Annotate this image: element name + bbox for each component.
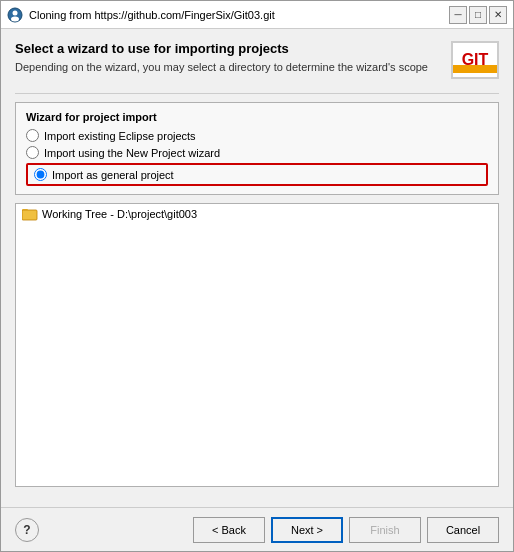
help-button[interactable]: ? [15, 518, 39, 542]
tree-item-label: Working Tree - D:\project\git003 [42, 208, 197, 220]
close-button[interactable]: ✕ [489, 6, 507, 24]
footer-left: ? [15, 518, 39, 542]
wizard-title: Select a wizard to use for importing pro… [15, 41, 443, 56]
git-logo-stripe [453, 65, 497, 73]
group-title: Wizard for project import [26, 111, 488, 123]
wizard-description: Depending on the wizard, you may select … [15, 60, 443, 75]
radio-general-project-label: Import as general project [52, 169, 174, 181]
radio-new-project-wizard-input[interactable] [26, 146, 39, 159]
maximize-button[interactable]: □ [469, 6, 487, 24]
main-window: Cloning from https://github.com/FingerSi… [0, 0, 514, 552]
radio-existing-eclipse-input[interactable] [26, 129, 39, 142]
radio-new-project-wizard[interactable]: Import using the New Project wizard [26, 146, 488, 159]
main-content: Select a wizard to use for importing pro… [1, 29, 513, 507]
finish-button[interactable]: Finish [349, 517, 421, 543]
radio-existing-eclipse[interactable]: Import existing Eclipse projects [26, 129, 488, 142]
radio-general-project-input[interactable] [34, 168, 47, 181]
svg-rect-4 [22, 209, 28, 212]
title-bar-buttons: ─ □ ✕ [449, 6, 507, 24]
next-button[interactable]: Next > [271, 517, 343, 543]
title-bar: Cloning from https://github.com/FingerSi… [1, 1, 513, 29]
selected-option-row: Import as general project [26, 163, 488, 186]
svg-point-2 [11, 16, 19, 21]
radio-new-project-wizard-label: Import using the New Project wizard [44, 147, 220, 159]
minimize-button[interactable]: ─ [449, 6, 467, 24]
header-area: Select a wizard to use for importing pro… [15, 41, 499, 79]
divider [15, 93, 499, 94]
tree-panel[interactable]: Working Tree - D:\project\git003 [15, 203, 499, 487]
title-bar-text: Cloning from https://github.com/FingerSi… [29, 9, 449, 21]
header-text: Select a wizard to use for importing pro… [15, 41, 443, 75]
svg-point-1 [13, 10, 18, 15]
tree-item[interactable]: Working Tree - D:\project\git003 [16, 204, 498, 224]
cancel-button[interactable]: Cancel [427, 517, 499, 543]
folder-icon [22, 207, 38, 221]
git-logo: GIT [451, 41, 499, 79]
footer-right: < Back Next > Finish Cancel [193, 517, 499, 543]
radio-general-project[interactable]: Import as general project [34, 168, 174, 181]
wizard-group-box: Wizard for project import Import existin… [15, 102, 499, 195]
back-button[interactable]: < Back [193, 517, 265, 543]
footer: ? < Back Next > Finish Cancel [1, 507, 513, 551]
app-icon [7, 7, 23, 23]
radio-existing-eclipse-label: Import existing Eclipse projects [44, 130, 196, 142]
